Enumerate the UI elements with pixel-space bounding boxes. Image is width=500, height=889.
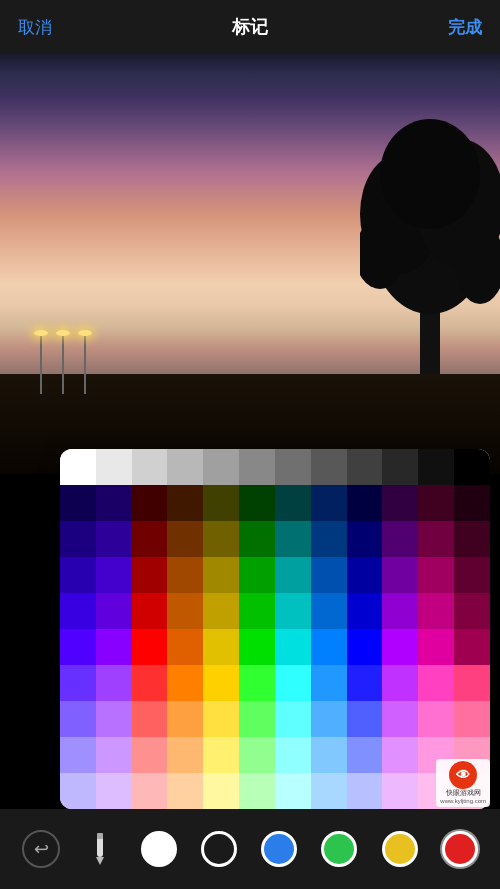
color-cell[interactable] [239, 737, 275, 773]
color-cell[interactable] [382, 485, 418, 521]
color-cell[interactable] [167, 665, 203, 701]
color-cell[interactable] [418, 701, 454, 737]
color-cell[interactable] [382, 593, 418, 629]
color-cell[interactable] [239, 557, 275, 593]
color-cell[interactable] [203, 737, 239, 773]
color-cell[interactable] [96, 557, 132, 593]
color-cell[interactable] [311, 737, 347, 773]
color-cell[interactable] [275, 773, 311, 809]
color-cell[interactable] [347, 593, 383, 629]
color-cell[interactable] [167, 629, 203, 665]
color-cell[interactable] [382, 665, 418, 701]
color-cell[interactable] [132, 521, 168, 557]
color-cell[interactable] [239, 773, 275, 809]
color-cell[interactable] [96, 665, 132, 701]
color-cell[interactable] [96, 737, 132, 773]
done-button[interactable]: 完成 [448, 16, 482, 39]
color-cell[interactable] [418, 593, 454, 629]
color-cell[interactable] [203, 773, 239, 809]
color-cell[interactable] [60, 701, 96, 737]
color-cell[interactable] [347, 521, 383, 557]
color-cell[interactable] [132, 665, 168, 701]
color-cell[interactable] [454, 449, 490, 485]
color-cell[interactable] [275, 737, 311, 773]
color-cell[interactable] [275, 593, 311, 629]
color-green[interactable] [321, 831, 357, 867]
color-cell[interactable] [347, 449, 383, 485]
color-cell[interactable] [347, 629, 383, 665]
color-picker-panel[interactable] [60, 449, 490, 809]
color-cell[interactable] [382, 701, 418, 737]
color-cell[interactable] [347, 773, 383, 809]
color-cell[interactable] [132, 593, 168, 629]
color-cell[interactable] [275, 449, 311, 485]
color-cell[interactable] [382, 521, 418, 557]
color-cell[interactable] [311, 593, 347, 629]
color-cell[interactable] [167, 521, 203, 557]
color-cell[interactable] [167, 701, 203, 737]
color-cell[interactable] [132, 485, 168, 521]
color-cell[interactable] [167, 557, 203, 593]
color-cell[interactable] [167, 485, 203, 521]
color-cell[interactable] [382, 737, 418, 773]
color-cell[interactable] [132, 737, 168, 773]
color-cell[interactable] [60, 593, 96, 629]
color-cell[interactable] [239, 485, 275, 521]
color-cell[interactable] [132, 629, 168, 665]
color-cell[interactable] [203, 593, 239, 629]
color-cell[interactable] [96, 593, 132, 629]
color-cell[interactable] [275, 521, 311, 557]
color-cell[interactable] [132, 557, 168, 593]
color-cell[interactable] [347, 485, 383, 521]
color-cell[interactable] [96, 629, 132, 665]
color-cell[interactable] [203, 701, 239, 737]
color-cell[interactable] [382, 449, 418, 485]
pen-tool-button[interactable] [84, 833, 116, 865]
color-yellow[interactable] [382, 831, 418, 867]
color-cell[interactable] [311, 701, 347, 737]
color-cell[interactable] [60, 557, 96, 593]
color-cell[interactable] [311, 449, 347, 485]
color-cell[interactable] [96, 521, 132, 557]
color-cell[interactable] [96, 701, 132, 737]
color-cell[interactable] [203, 665, 239, 701]
color-cell[interactable] [454, 701, 490, 737]
color-cell[interactable] [454, 557, 490, 593]
color-cell[interactable] [311, 629, 347, 665]
color-red[interactable] [442, 831, 478, 867]
color-cell[interactable] [96, 485, 132, 521]
color-cell[interactable] [311, 773, 347, 809]
color-cell[interactable] [60, 485, 96, 521]
color-cell[interactable] [418, 665, 454, 701]
color-cell[interactable] [454, 521, 490, 557]
color-cell[interactable] [60, 629, 96, 665]
color-cell[interactable] [239, 593, 275, 629]
color-cell[interactable] [203, 521, 239, 557]
color-cell[interactable] [454, 629, 490, 665]
color-cell[interactable] [454, 485, 490, 521]
color-cell[interactable] [167, 593, 203, 629]
color-blue[interactable] [261, 831, 297, 867]
color-cell[interactable] [275, 665, 311, 701]
color-cell[interactable] [382, 629, 418, 665]
color-cell[interactable] [96, 449, 132, 485]
color-cell[interactable] [132, 701, 168, 737]
color-cell[interactable] [311, 521, 347, 557]
color-cell[interactable] [311, 485, 347, 521]
color-cell[interactable] [239, 629, 275, 665]
color-cell[interactable] [203, 485, 239, 521]
color-black[interactable] [201, 831, 237, 867]
color-cell[interactable] [60, 737, 96, 773]
color-cell[interactable] [382, 773, 418, 809]
cancel-button[interactable]: 取消 [18, 16, 52, 39]
color-cell[interactable] [203, 449, 239, 485]
color-cell[interactable] [347, 557, 383, 593]
color-cell[interactable] [167, 737, 203, 773]
color-cell[interactable] [239, 521, 275, 557]
undo-button[interactable]: ↩ [22, 830, 60, 868]
color-cell[interactable] [203, 557, 239, 593]
color-cell[interactable] [132, 773, 168, 809]
color-cell[interactable] [418, 629, 454, 665]
color-cell[interactable] [275, 701, 311, 737]
color-cell[interactable] [418, 557, 454, 593]
